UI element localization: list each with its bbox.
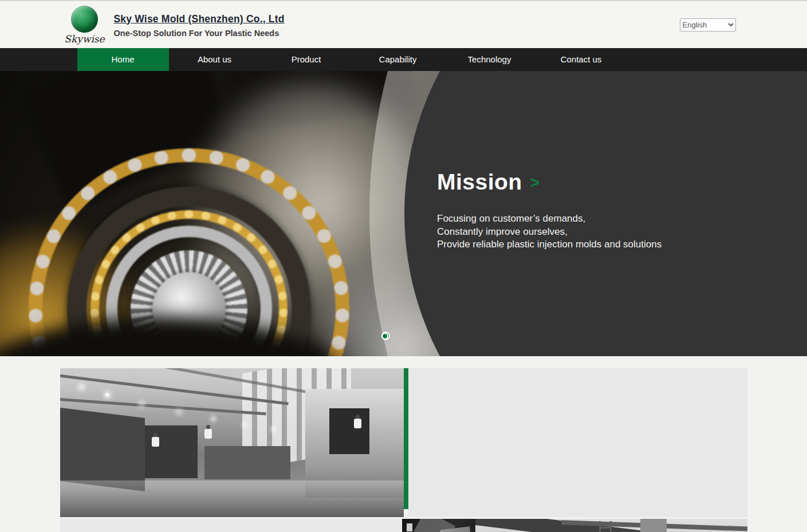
mission-line-3: Provide reliable plastic injection molds… [437,238,662,251]
nav-item-product[interactable]: Product [261,48,352,71]
workshop-floor [60,480,404,517]
hero-carousel: Mission> Focusing on customer’s demands,… [0,71,807,356]
content-panel-right [408,368,747,517]
cnc-machine [145,425,198,478]
content-panel-bottom-left [60,519,401,532]
language-select[interactable]: English [680,18,736,31]
mission-line-2: Constantly improve ourselves, [437,226,662,239]
machine-panel [329,408,369,454]
machine-label-tag [407,523,412,531]
main-nav: Home About us Product Capability Technol… [0,48,807,71]
workshop-photo-wide [475,519,747,532]
ceiling-lamps [106,393,109,396]
carousel-dots [381,332,399,340]
work-table [204,446,290,479]
company-tagline: One-Stop Solution For Your Plastic Needs [114,29,285,38]
green-accent-bar [404,368,408,509]
factory-workshop-photo [60,368,404,517]
carousel-dot-3[interactable] [381,333,388,340]
nav-item-technology[interactable]: Technology [444,48,536,71]
logo-sphere-icon [71,6,98,33]
company-name-link[interactable]: Sky Wise Mold (Shenzhen) Co., Ltd [114,13,285,25]
ceiling-duct [640,519,667,532]
nav-item-about-us[interactable]: About us [169,48,261,71]
nav-item-home[interactable]: Home [77,48,169,71]
ladder [599,521,612,532]
worker-figure [152,437,159,447]
cnc-machine [60,408,145,491]
nav-item-contact-us[interactable]: Contact us [536,48,627,71]
machine-photo-small: YOU [402,519,475,532]
mission-heading: Mission [437,170,522,195]
worker-figure [354,419,361,428]
nav-item-capability[interactable]: Capability [352,48,444,71]
site-header: Skywise Sky Wise Mold (Shenzhen) Co., Lt… [0,0,807,48]
company-logo[interactable]: Skywise [60,6,109,45]
worker-figure [204,429,212,439]
mission-arrow-icon: > [530,174,540,191]
logo-script-text: Skywise [64,33,104,45]
mission-line-1: Focusing on customer’s demands, [437,212,662,226]
